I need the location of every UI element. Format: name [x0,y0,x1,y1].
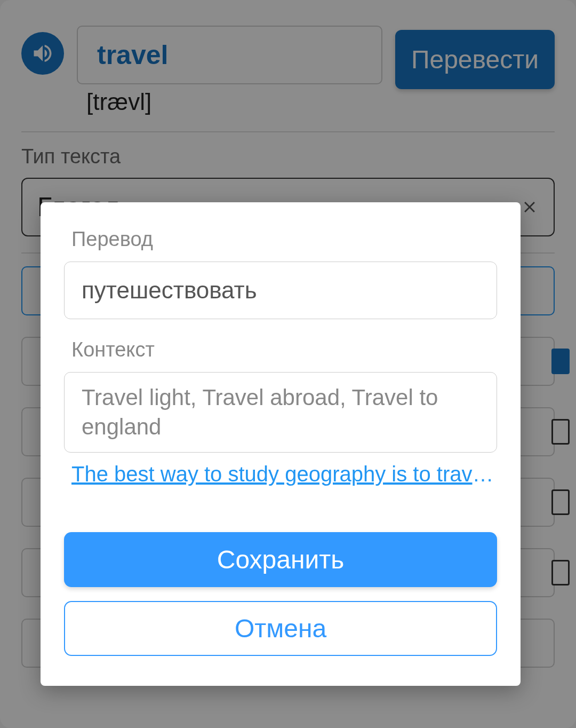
translation-label: Перевод [64,228,497,251]
context-suggestion-link[interactable]: The best way to study geography is to tr… [64,462,497,486]
context-label: Контекст [64,338,497,361]
translation-input[interactable] [64,262,497,319]
cancel-button[interactable]: Отмена [64,601,497,656]
context-input[interactable] [64,372,497,453]
save-button[interactable]: Сохранить [64,532,497,587]
edit-translation-modal: Перевод Контекст The best way to study g… [41,202,521,686]
